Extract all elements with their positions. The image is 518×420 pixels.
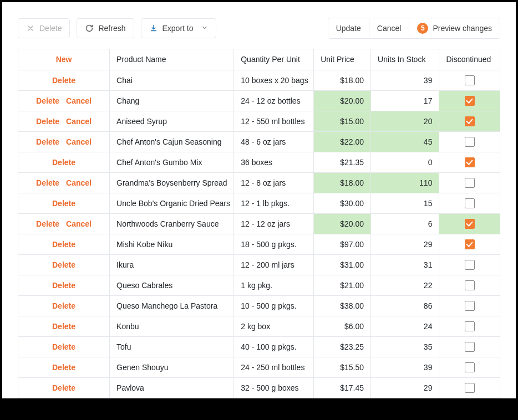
row-delete-link[interactable]: Delete bbox=[36, 219, 59, 228]
row-delete-link[interactable]: Delete bbox=[52, 260, 75, 269]
row-delete-link[interactable]: Delete bbox=[52, 363, 75, 372]
cell-unit-price[interactable]: $23.25 bbox=[314, 336, 371, 357]
discontinued-checkbox[interactable] bbox=[465, 96, 475, 106]
discontinued-checkbox[interactable] bbox=[465, 280, 475, 290]
cell-units-in-stock[interactable]: 39 bbox=[371, 70, 439, 90]
discontinued-checkbox[interactable] bbox=[465, 362, 475, 372]
cell-discontinued[interactable] bbox=[439, 111, 500, 131]
cell-units-in-stock[interactable]: 29 bbox=[371, 377, 439, 398]
cell-qpu[interactable]: 48 - 6 oz jars bbox=[234, 131, 314, 152]
row-delete-link[interactable]: Delete bbox=[52, 76, 75, 85]
cell-product-name[interactable]: Grandma's Boysenberry Spread bbox=[110, 172, 234, 193]
cell-unit-price[interactable]: $20.00 bbox=[314, 213, 371, 234]
row-delete-link[interactable]: Delete bbox=[52, 199, 75, 208]
discontinued-checkbox[interactable] bbox=[465, 137, 475, 147]
cell-discontinued[interactable] bbox=[439, 90, 500, 111]
cell-unit-price[interactable]: $21.00 bbox=[314, 275, 371, 295]
cell-qpu[interactable]: 24 - 250 ml bottles bbox=[234, 357, 314, 377]
cell-discontinued[interactable] bbox=[439, 193, 500, 213]
discontinued-checkbox[interactable] bbox=[465, 116, 475, 126]
row-cancel-link[interactable]: Cancel bbox=[66, 178, 92, 187]
cell-units-in-stock[interactable]: 17 bbox=[371, 90, 439, 111]
discontinued-checkbox[interactable] bbox=[465, 321, 475, 331]
refresh-button[interactable]: Refresh bbox=[77, 18, 134, 38]
header-product-name[interactable]: Product Name bbox=[110, 49, 234, 70]
cell-qpu[interactable]: 12 - 200 ml jars bbox=[234, 254, 314, 275]
cell-qpu[interactable]: 12 - 1 lb pkgs. bbox=[234, 193, 314, 213]
cell-discontinued[interactable] bbox=[439, 70, 500, 90]
cell-qpu[interactable]: 32 - 500 g boxes bbox=[234, 377, 314, 398]
cell-unit-price[interactable]: $38.00 bbox=[314, 295, 371, 316]
cell-units-in-stock[interactable]: 86 bbox=[371, 295, 439, 316]
cell-product-name[interactable]: Uncle Bob's Organic Dried Pears bbox=[110, 193, 234, 213]
header-units-in-stock[interactable]: Units In Stock bbox=[371, 49, 439, 70]
discontinued-checkbox[interactable] bbox=[465, 260, 475, 270]
cell-discontinued[interactable] bbox=[439, 295, 500, 316]
cell-units-in-stock[interactable]: 35 bbox=[371, 336, 439, 357]
row-delete-link[interactable]: Delete bbox=[52, 281, 75, 290]
cell-units-in-stock[interactable]: 29 bbox=[371, 234, 439, 254]
discontinued-checkbox[interactable] bbox=[465, 75, 475, 85]
cell-qpu[interactable]: 12 - 8 oz jars bbox=[234, 172, 314, 193]
cell-product-name[interactable]: Chang bbox=[110, 90, 234, 111]
cell-discontinued[interactable] bbox=[439, 275, 500, 295]
cell-discontinued[interactable] bbox=[439, 316, 500, 336]
row-delete-link[interactable]: Delete bbox=[36, 137, 59, 146]
cell-discontinued[interactable] bbox=[439, 213, 500, 234]
cell-product-name[interactable]: Chef Anton's Cajun Seasoning bbox=[110, 131, 234, 152]
cell-product-name[interactable]: Chai bbox=[110, 70, 234, 90]
cell-units-in-stock[interactable]: 24 bbox=[371, 316, 439, 336]
new-row-link[interactable]: New bbox=[56, 55, 72, 64]
cell-discontinued[interactable] bbox=[439, 172, 500, 193]
cell-qpu[interactable]: 24 - 12 oz bottles bbox=[234, 90, 314, 111]
cell-discontinued[interactable] bbox=[439, 152, 500, 172]
cell-qpu[interactable]: 2 kg box bbox=[234, 316, 314, 336]
discontinued-checkbox[interactable] bbox=[465, 198, 475, 208]
row-delete-link[interactable]: Delete bbox=[52, 322, 75, 331]
cell-units-in-stock[interactable]: 39 bbox=[371, 357, 439, 377]
discontinued-checkbox[interactable] bbox=[465, 383, 475, 393]
delete-button[interactable]: Delete bbox=[18, 18, 70, 38]
cell-discontinued[interactable] bbox=[439, 254, 500, 275]
cell-product-name[interactable]: Queso Cabrales bbox=[110, 275, 234, 295]
row-delete-link[interactable]: Delete bbox=[52, 240, 75, 249]
cell-unit-price[interactable]: $15.00 bbox=[314, 111, 371, 131]
row-delete-link[interactable]: Delete bbox=[52, 342, 75, 351]
preview-changes-button[interactable]: 5 Preview changes bbox=[409, 18, 500, 38]
cell-discontinued[interactable] bbox=[439, 131, 500, 152]
cell-qpu[interactable]: 1 kg pkg. bbox=[234, 275, 314, 295]
cell-product-name[interactable]: Mishi Kobe Niku bbox=[110, 234, 234, 254]
cell-discontinued[interactable] bbox=[439, 357, 500, 377]
cell-units-in-stock[interactable]: 22 bbox=[371, 275, 439, 295]
cell-qpu[interactable]: 12 - 12 oz jars bbox=[234, 213, 314, 234]
cell-unit-price[interactable]: $15.50 bbox=[314, 357, 371, 377]
row-delete-link[interactable]: Delete bbox=[52, 158, 75, 167]
update-button[interactable]: Update bbox=[328, 18, 369, 38]
row-delete-link[interactable]: Delete bbox=[52, 301, 75, 310]
cell-units-in-stock[interactable]: 110 bbox=[371, 172, 439, 193]
cell-units-in-stock[interactable]: 31 bbox=[371, 254, 439, 275]
cell-product-name[interactable]: Chef Anton's Gumbo Mix bbox=[110, 152, 234, 172]
row-cancel-link[interactable]: Cancel bbox=[66, 219, 92, 228]
header-unit-price[interactable]: Unit Price bbox=[314, 49, 371, 70]
cell-product-name[interactable]: Pavlova bbox=[110, 377, 234, 398]
cell-discontinued[interactable] bbox=[439, 377, 500, 398]
discontinued-checkbox[interactable] bbox=[465, 157, 475, 167]
header-discontinued[interactable]: Discontinued bbox=[439, 49, 500, 70]
cell-unit-price[interactable]: $6.00 bbox=[314, 316, 371, 336]
discontinued-checkbox[interactable] bbox=[465, 239, 475, 249]
cell-unit-price[interactable]: $18.00 bbox=[314, 172, 371, 193]
cell-product-name[interactable]: Genen Shouyu bbox=[110, 357, 234, 377]
cell-unit-price[interactable]: $18.00 bbox=[314, 70, 371, 90]
cell-unit-price[interactable]: $22.00 bbox=[314, 131, 371, 152]
cell-qpu[interactable]: 10 boxes x 20 bags bbox=[234, 70, 314, 90]
cell-units-in-stock[interactable]: 15 bbox=[371, 193, 439, 213]
cell-product-name[interactable]: Konbu bbox=[110, 316, 234, 336]
cell-qpu[interactable]: 40 - 100 g pkgs. bbox=[234, 336, 314, 357]
cell-unit-price[interactable]: $21.35 bbox=[314, 152, 371, 172]
row-cancel-link[interactable]: Cancel bbox=[66, 137, 92, 146]
row-delete-link[interactable]: Delete bbox=[36, 178, 59, 187]
cell-units-in-stock[interactable]: 45 bbox=[371, 131, 439, 152]
cell-units-in-stock[interactable]: 6 bbox=[371, 213, 439, 234]
cell-qpu[interactable]: 10 - 500 g pkgs. bbox=[234, 295, 314, 316]
